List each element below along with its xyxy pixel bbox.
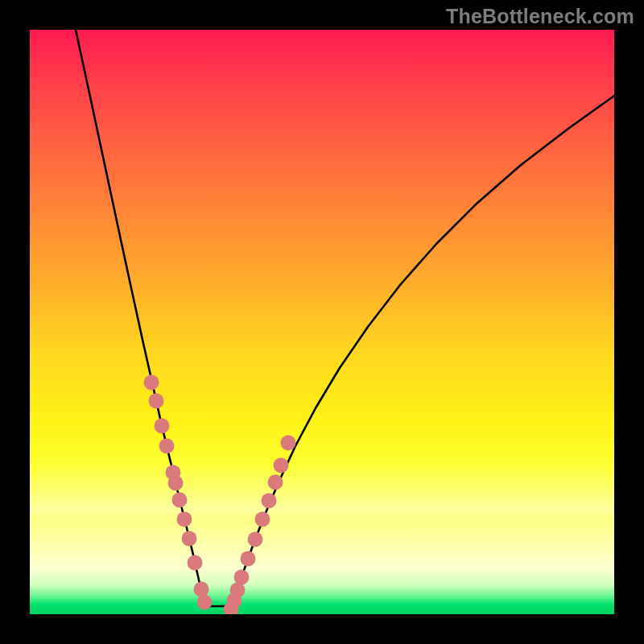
watermark-text: TheBottleneck.com — [446, 5, 634, 28]
data-point — [255, 512, 270, 527]
data-point — [168, 476, 184, 491]
chart-frame: TheBottleneck.com — [0, 0, 644, 644]
data-point — [262, 493, 277, 509]
data-point — [155, 419, 170, 434]
data-point — [268, 475, 283, 490]
data-point — [234, 570, 250, 585]
bottleneck-curve — [30, 30, 614, 614]
data-point — [274, 458, 289, 473]
data-point — [172, 493, 188, 508]
data-point — [149, 394, 164, 409]
data-point — [197, 595, 213, 610]
data-point — [159, 439, 175, 454]
data-point — [182, 531, 197, 547]
data-point — [248, 532, 263, 547]
data-point — [281, 436, 296, 451]
data-point — [144, 375, 159, 390]
data-point — [194, 582, 209, 597]
data-point — [177, 512, 192, 527]
plot-area — [30, 30, 614, 614]
v-curve — [76, 30, 614, 606]
data-point — [241, 551, 256, 567]
data-point — [188, 555, 203, 571]
